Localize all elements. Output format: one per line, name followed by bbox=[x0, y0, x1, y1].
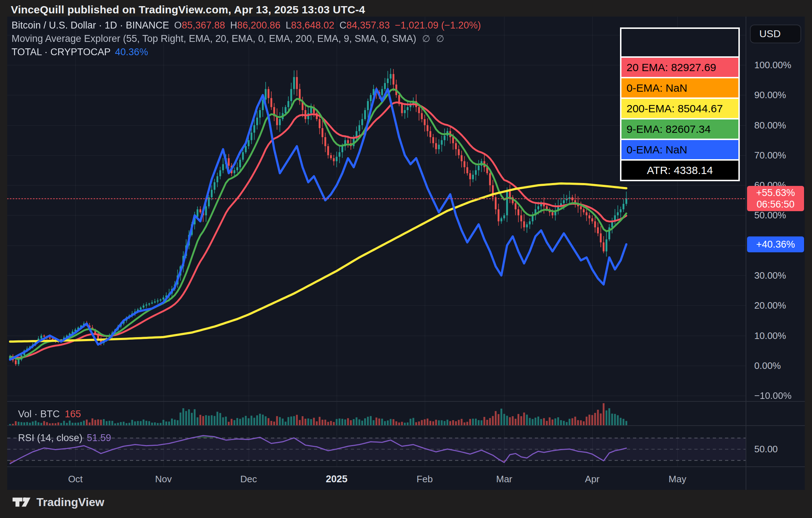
time-axis-label[interactable]: Dec bbox=[240, 474, 257, 485]
rsi-label[interactable]: RSI (14, close) bbox=[18, 432, 83, 443]
volume-value: 165 bbox=[65, 409, 81, 419]
legend-row: 0-EMA: NaN bbox=[621, 140, 738, 159]
time-axis-label[interactable]: Oct bbox=[68, 474, 83, 485]
tradingview-logo-icon bbox=[12, 495, 31, 509]
volume-label[interactable]: Vol · BTC bbox=[18, 409, 60, 419]
time-axis-separator bbox=[7, 466, 805, 467]
ohlc-key: H bbox=[230, 20, 237, 31]
volume-chart-canvas[interactable] bbox=[7, 401, 746, 426]
rsi-pane-label[interactable]: RSI (14, close)51.59 bbox=[18, 432, 111, 444]
rsi-axis-label[interactable]: 50.00 bbox=[754, 443, 778, 454]
price-axis-separator bbox=[746, 17, 746, 490]
legend-row: ATR: 4338.14 bbox=[621, 161, 738, 180]
price-axis-label[interactable]: 0.00% bbox=[754, 360, 781, 371]
ohlc-value: 85,367.88 bbox=[182, 20, 225, 31]
time-axis-label[interactable]: Feb bbox=[416, 474, 433, 485]
compare-symbol-value: 40.36% bbox=[115, 47, 148, 57]
time-axis-label[interactable]: May bbox=[669, 474, 686, 485]
rsi-pane-separator bbox=[7, 425, 805, 426]
symbol-title-row[interactable]: Bitcoin / U.S. Dollar · 1D · BINANCEO85,… bbox=[12, 19, 481, 32]
time-axis-label[interactable]: Nov bbox=[155, 474, 172, 485]
chart-container: Bitcoin / U.S. Dollar · 1D · BINANCEO85,… bbox=[7, 17, 805, 490]
volume-pane-separator bbox=[7, 401, 805, 402]
rsi-chart-canvas[interactable] bbox=[7, 426, 746, 467]
time-axis-label[interactable]: Apr bbox=[585, 474, 599, 485]
ohlc-key: O bbox=[174, 20, 182, 31]
price-axis-label[interactable]: 90.00% bbox=[754, 90, 786, 101]
currency-unit-button[interactable]: USD bbox=[750, 25, 801, 43]
published-header: VinceQuill published on TradingView.com,… bbox=[11, 4, 365, 16]
bar-countdown: 06:56:50 bbox=[747, 199, 804, 210]
last-price-value: +55.63% bbox=[747, 187, 804, 199]
volume-pane-label[interactable]: Vol · BTC165 bbox=[18, 409, 81, 420]
price-axis-label[interactable]: 10.00% bbox=[754, 330, 786, 341]
legend-spacer bbox=[621, 29, 738, 56]
indicator-title[interactable]: Moving Average Explorer (55, Top Right, … bbox=[12, 33, 416, 44]
price-axis-label[interactable]: 20.00% bbox=[754, 300, 786, 311]
legend-row: 200-EMA: 85044.67 bbox=[621, 99, 738, 118]
price-axis-label[interactable]: 30.00% bbox=[754, 270, 786, 281]
legend-row: 20 EMA: 82927.69 bbox=[621, 58, 738, 77]
ma-explorer-legend-box: 20 EMA: 82927.690-EMA: NaN200-EMA: 85044… bbox=[620, 27, 740, 181]
price-axis-label[interactable]: 50.00% bbox=[754, 210, 786, 221]
price-axis-label[interactable]: −10.00% bbox=[754, 390, 791, 401]
time-axis-label[interactable]: Mar bbox=[496, 474, 512, 485]
tradingview-footer[interactable]: TradingView bbox=[12, 495, 104, 509]
time-axis-label[interactable]: 2025 bbox=[326, 474, 348, 485]
ohlc-key: L bbox=[285, 20, 291, 31]
chart-legend-text: Bitcoin / U.S. Dollar · 1D · BINANCEO85,… bbox=[12, 19, 481, 59]
change-value: −1,021.09 (−1.20%) bbox=[395, 20, 481, 31]
price-axis-label[interactable]: 100.00% bbox=[754, 60, 791, 71]
compare-symbol-title[interactable]: TOTAL · CRYPTOCAP bbox=[12, 47, 111, 57]
ohlc-key: C bbox=[340, 20, 347, 31]
hidden-value-icon: ∅ bbox=[436, 33, 444, 44]
price-axis-label[interactable]: 80.00% bbox=[754, 119, 786, 131]
hidden-value-icon: ∅ bbox=[422, 33, 430, 44]
symbol-title[interactable]: Bitcoin / U.S. Dollar · 1D · BINANCE bbox=[12, 20, 169, 31]
legend-row: 9-EMA: 82607.34 bbox=[621, 119, 738, 139]
legend-row: 0-EMA: NaN bbox=[621, 78, 738, 97]
ohlc-value: 83,648.02 bbox=[291, 20, 334, 31]
price-axis-label[interactable]: 70.00% bbox=[754, 149, 786, 161]
tradingview-footer-label: TradingView bbox=[36, 496, 104, 509]
rsi-value: 51.59 bbox=[87, 432, 112, 443]
compare-symbol-row[interactable]: TOTAL · CRYPTOCAP40.36% bbox=[12, 45, 481, 59]
compare-price-badge: +40.36% bbox=[747, 236, 804, 252]
indicator-title-row[interactable]: Moving Average Explorer (55, Top Right, … bbox=[12, 32, 481, 45]
last-price-badge: +55.63% 06:56:50 bbox=[747, 186, 804, 211]
ohlc-value: 84,357.83 bbox=[346, 20, 390, 31]
ohlc-values: O85,367.88H86,200.86L83,648.02C84,357.83 bbox=[169, 20, 390, 31]
ohlc-value: 86,200.86 bbox=[237, 20, 280, 31]
